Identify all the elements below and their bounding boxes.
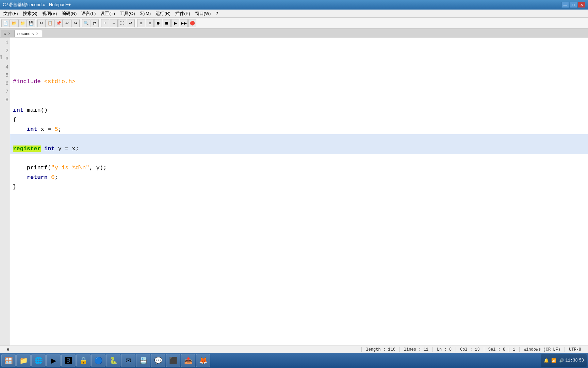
fullscreen-button[interactable]: ⛶ bbox=[118, 19, 126, 27]
taskbar-python[interactable]: 🐍 bbox=[106, 354, 120, 367]
menu-tools[interactable]: 工具(O) bbox=[118, 10, 137, 17]
status-lines: lines : 11 bbox=[400, 347, 433, 352]
gutter-line: 6 bbox=[1, 80, 9, 88]
cut-button[interactable]: ✂ bbox=[37, 19, 46, 27]
menu-settings[interactable]: 设置(T) bbox=[98, 10, 117, 17]
taskbar-baidu[interactable]: 🅱 bbox=[61, 354, 76, 367]
taskbar-chat[interactable]: 💬 bbox=[151, 354, 165, 367]
tab-c[interactable]: c ✕ bbox=[1, 30, 14, 37]
paste-button[interactable]: 📌 bbox=[54, 19, 63, 27]
line-gutter: 1 2 −3 4 5 6 7 8 bbox=[0, 37, 10, 346]
menu-encode[interactable]: 编码(N) bbox=[60, 10, 79, 17]
taskbar-ie[interactable]: 🌐 bbox=[31, 354, 46, 367]
tray-number: 58 bbox=[579, 358, 584, 363]
window-controls: — □ ✕ bbox=[561, 2, 585, 8]
new-button[interactable]: 📄 bbox=[1, 19, 10, 27]
status-col: Col : 13 bbox=[456, 347, 484, 352]
gutter-line: 1 bbox=[1, 39, 9, 47]
tab-second[interactable]: second.s ✕ bbox=[14, 30, 42, 37]
menu-language[interactable]: 语言(L) bbox=[79, 10, 98, 17]
zoom-in-button[interactable]: + bbox=[101, 19, 109, 27]
minimize-button[interactable]: — bbox=[561, 2, 569, 8]
menu-run[interactable]: 运行(R) bbox=[153, 10, 173, 17]
title-text: C:\语言基础\second.c - Notepad++ bbox=[3, 2, 71, 8]
taskbar-mail[interactable]: ✉ bbox=[121, 354, 135, 367]
tab-second-label: second.s bbox=[17, 31, 34, 36]
gutter-line: 7 bbox=[1, 88, 9, 96]
menu-search[interactable]: 搜索(S) bbox=[21, 10, 39, 17]
menu-file[interactable]: 文件(F) bbox=[1, 10, 20, 17]
menu-macro[interactable]: 宏(M) bbox=[138, 10, 153, 17]
macro-stop-button[interactable]: ⏹ bbox=[163, 19, 171, 27]
taskbar-chrome[interactable]: 🔵 bbox=[91, 354, 105, 367]
taskbar-ftp[interactable]: 📤 bbox=[181, 354, 195, 367]
menu-bar: 文件(F) 搜索(S) 视图(V) 编码(N) 语言(L) 设置(T) 工具(O… bbox=[0, 10, 588, 18]
gutter-line: 5 bbox=[1, 72, 9, 80]
toolbar: 📄 📂 📁 💾 ✂ 📋 📌 ↩ ↪ 🔍 ⇄ + − ⛶ ↵ ≡ ≡ ⏺ ⏹ ▶ … bbox=[0, 18, 588, 29]
taskbar-start[interactable]: 🪟 bbox=[1, 354, 16, 367]
taskbar-flashcard[interactable]: 📇 bbox=[136, 354, 150, 367]
indent-button[interactable]: ≡ bbox=[137, 19, 145, 27]
taskbar-terminal[interactable]: ⬛ bbox=[166, 354, 180, 367]
status-length: length : 116 bbox=[362, 347, 399, 352]
macro-rec-button[interactable]: ⏺ bbox=[154, 19, 162, 27]
status-bar: e length : 116 lines : 11 Ln : 8 Col : 1… bbox=[0, 346, 588, 353]
tab-c-close[interactable]: ✕ bbox=[7, 31, 11, 36]
status-eol: Windows (CR LF) bbox=[520, 347, 565, 352]
maximize-button[interactable]: □ bbox=[570, 2, 577, 8]
undo-button[interactable]: ↩ bbox=[63, 19, 71, 27]
tray-icons: 🔔 📶 🔊 bbox=[544, 358, 564, 363]
macro-play-button[interactable]: ▶ bbox=[171, 19, 179, 27]
save-button[interactable]: 💾 bbox=[27, 19, 35, 27]
status-sel: Sel : 8 | 1 bbox=[484, 347, 520, 352]
outdent-button[interactable]: ≡ bbox=[146, 19, 154, 27]
title-bar: C:\语言基础\second.c - Notepad++ — □ ✕ bbox=[0, 0, 588, 10]
editor-content[interactable]: #include <stdio.h> int main() { int x = … bbox=[10, 37, 588, 346]
status-left: e bbox=[3, 347, 362, 352]
gutter-line: 2 bbox=[1, 47, 9, 55]
taskbar: 🪟 📁 🌐 ▶ 🅱 🔒 🔵 🐍 ✉ 📇 💬 ⬛ 📤 🦊 🔔 📶 🔊 11:38 … bbox=[0, 353, 588, 368]
toolbar-sep3 bbox=[100, 20, 100, 27]
tab-c-label: c bbox=[4, 31, 6, 36]
toolbar-extra[interactable]: 🔴 bbox=[188, 19, 196, 27]
zoom-out-button[interactable]: − bbox=[110, 19, 118, 27]
taskbar-media[interactable]: ▶ bbox=[46, 354, 61, 367]
redo-button[interactable]: ↪ bbox=[71, 19, 80, 27]
taskbar-tray: 🔔 📶 🔊 11:38 58 bbox=[541, 354, 587, 367]
toolbar-sep2 bbox=[81, 20, 81, 27]
menu-plugins[interactable]: 插件(P) bbox=[173, 10, 192, 17]
open-button[interactable]: 📂 bbox=[10, 19, 18, 27]
toolbar-sep4 bbox=[136, 20, 136, 27]
find-button[interactable]: 🔍 bbox=[82, 19, 90, 27]
editor-area: 1 2 −3 4 5 6 7 8 #include <stdio.h> int … bbox=[0, 37, 588, 346]
toolbar-sep1 bbox=[36, 20, 36, 27]
gutter-line: 4 bbox=[1, 63, 9, 72]
gutter-line: −3 bbox=[1, 55, 9, 63]
copy-button[interactable]: 📋 bbox=[46, 19, 54, 27]
run-button[interactable]: ▶▶ bbox=[180, 19, 188, 27]
replace-button[interactable]: ⇄ bbox=[91, 19, 99, 27]
taskbar-vpn[interactable]: 🔒 bbox=[76, 354, 91, 367]
tab-bar: c ✕ second.s ✕ bbox=[0, 29, 588, 37]
taskbar-firefox[interactable]: 🦊 bbox=[196, 354, 210, 367]
menu-view[interactable]: 视图(V) bbox=[40, 10, 59, 17]
status-encoding: UTF-8 bbox=[565, 347, 585, 352]
close-button[interactable]: ✕ bbox=[578, 2, 585, 8]
tab-second-close[interactable]: ✕ bbox=[35, 31, 39, 36]
menu-help[interactable]: ? bbox=[213, 11, 220, 16]
status-ln: Ln : 8 bbox=[433, 347, 456, 352]
gutter-line: 8 bbox=[1, 96, 9, 104]
taskbar-explorer[interactable]: 📁 bbox=[16, 354, 31, 367]
menu-window[interactable]: 窗口(W) bbox=[193, 10, 213, 17]
wrap-button[interactable]: ↵ bbox=[127, 19, 135, 27]
tray-time: 11:38 bbox=[566, 358, 578, 363]
open2-button[interactable]: 📁 bbox=[18, 19, 27, 27]
